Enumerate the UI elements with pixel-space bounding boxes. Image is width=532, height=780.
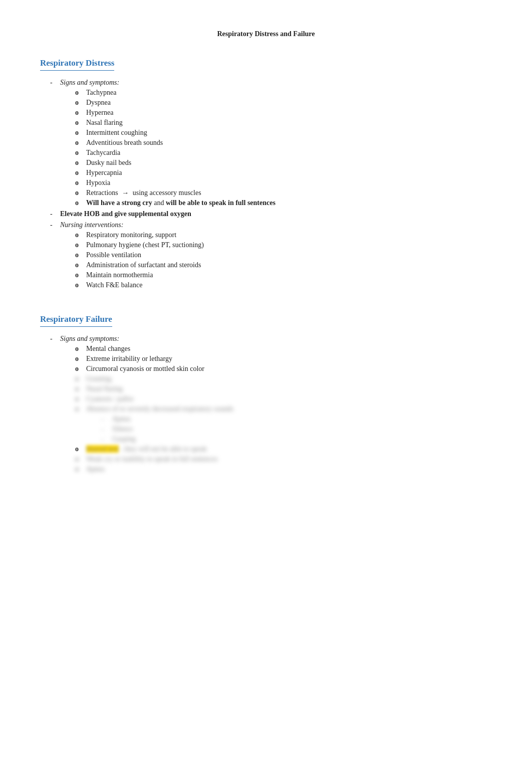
sign-nasal-flaring: Nasal flaring: [75, 119, 492, 127]
sign-dyspnea: Dyspnea: [75, 99, 492, 107]
nursing-pulmonary-hygiene: Pulmonary hygiene (chest PT, suctioning): [75, 241, 492, 249]
failure-sign-blurred-5: blurred text - they will not be able to …: [75, 445, 492, 453]
sign-tachypnea: Tachypnea: [75, 89, 492, 97]
title-text: Respiratory Distress and Failure: [217, 30, 315, 38]
failure-sign-blurred-7: Apnea: [75, 465, 492, 473]
failure-main-list: Signs and symptoms: Mental changes Extre…: [40, 335, 492, 473]
failure-signs-list: Mental changes Extreme irritability or l…: [60, 345, 492, 473]
page-title: Respiratory Distress and Failure: [40, 30, 492, 38]
nursing-normothermia: Maintain normothermia: [75, 271, 492, 279]
signs-list: Tachypnea Dyspnea Hypernea Nasal flaring…: [60, 89, 492, 207]
nursing-surfactant-steroids: Administration of surfactant and steroid…: [75, 261, 492, 269]
nursing-possible-ventilation: Possible ventilation: [75, 251, 492, 259]
failure-sign-circumoral: Circumoral cyanosis or mottled skin colo…: [75, 365, 492, 373]
failure-sign-blurred-6: Weak cry or inability to speak in full s…: [75, 455, 492, 463]
failure-sign-mental-changes: Mental changes: [75, 345, 492, 353]
respiratory-distress-section: Respiratory Distress Signs and symptoms:…: [40, 58, 492, 289]
failure-sign-blurred-1: Grunting: [75, 375, 492, 383]
sign-strong-cry: Will have a strong cry and will be able …: [75, 199, 492, 207]
sign-hypernea: Hypernea: [75, 109, 492, 117]
sign-tachycardia: Tachycardia: [75, 149, 492, 157]
distress-main-list: Signs and symptoms: Tachypnea Dyspnea Hy…: [40, 79, 492, 289]
and-text: and: [154, 199, 164, 207]
signs-symptoms-item: Signs and symptoms: Tachypnea Dyspnea Hy…: [50, 79, 492, 207]
failure-sign-blurred-3: Cyanosis / pallor: [75, 395, 492, 403]
signs-label: Signs and symptoms:: [60, 79, 119, 86]
sign-adventitious: Adventitious breath sounds: [75, 139, 492, 147]
nursing-interventions-item: Nursing interventions: Respiratory monit…: [50, 221, 492, 289]
failure-sign-blurred-2: Nasal flaring: [75, 385, 492, 393]
sign-hypercapnia: Hypercapnia: [75, 169, 492, 177]
sign-intermittent-coughing: Intermittent coughing: [75, 129, 492, 137]
nursing-respiratory-monitoring: Respiratory monitoring, support: [75, 231, 492, 239]
failure-sign-blurred-4: Absence of or severely decreased respira…: [75, 405, 492, 443]
sign-dusky: Dusky nail beds: [75, 159, 492, 167]
failure-sign-irritability: Extreme irritability or lethargy: [75, 355, 492, 363]
failure-signs-label: Signs and symptoms:: [60, 335, 119, 342]
failure-signs-symptoms-item: Signs and symptoms: Mental changes Extre…: [50, 335, 492, 473]
arrow-icon: →: [122, 189, 129, 197]
respiratory-failure-section: Respiratory Failure Signs and symptoms: …: [40, 314, 492, 473]
sign-retractions: Retractions → using accessory muscles: [75, 189, 492, 197]
respiratory-distress-heading: Respiratory Distress: [40, 58, 114, 71]
elevate-hob-item: Elevate HOB and give supplemental oxygen: [50, 210, 492, 218]
nursing-fne-balance: Watch F&E balance: [75, 281, 492, 289]
respiratory-failure-heading: Respiratory Failure: [40, 314, 112, 327]
nursing-label: Nursing interventions:: [60, 221, 123, 229]
nursing-list: Respiratory monitoring, support Pulmonar…: [60, 231, 492, 289]
sign-hypoxia: Hypoxia: [75, 179, 492, 187]
